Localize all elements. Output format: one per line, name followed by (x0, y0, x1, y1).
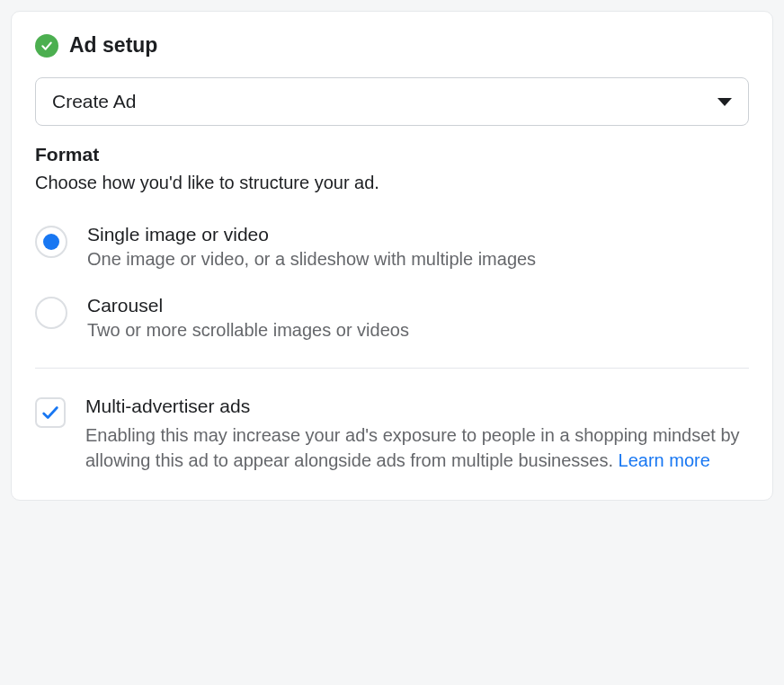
ad-setup-card: Ad setup Create Ad Format Choose how you… (11, 11, 773, 501)
multi-advertiser-row: Multi-advertiser ads Enabling this may i… (35, 396, 749, 473)
radio-label: Carousel (87, 295, 409, 316)
radio-indicator (35, 297, 67, 329)
learn-more-link[interactable]: Learn more (619, 450, 710, 470)
multi-advertiser-label: Multi-advertiser ads (85, 396, 749, 417)
ad-setup-header: Ad setup (35, 33, 749, 58)
radio-text: Carousel Two or more scrollable images o… (87, 295, 409, 341)
check-circle-icon (35, 34, 58, 58)
dropdown-selected-label: Create Ad (52, 91, 136, 112)
radio-selected-dot-icon (43, 234, 59, 250)
caret-down-icon (717, 98, 732, 106)
multi-advertiser-description: Enabling this may increase your ad's exp… (85, 423, 749, 473)
create-ad-dropdown[interactable]: Create Ad (35, 77, 749, 126)
radio-label: Single image or video (87, 224, 536, 245)
page-title: Ad setup (69, 33, 157, 58)
radio-description: Two or more scrollable images or videos (87, 320, 409, 341)
radio-description: One image or video, or a slideshow with … (87, 249, 536, 270)
radio-text: Single image or video One image or video… (87, 224, 536, 270)
radio-single-image-video[interactable]: Single image or video One image or video… (35, 224, 749, 270)
check-icon (40, 403, 60, 423)
format-radio-group: Single image or video One image or video… (35, 224, 749, 369)
checkbox-text: Multi-advertiser ads Enabling this may i… (85, 396, 749, 473)
format-subtext: Choose how you'd like to structure your … (35, 173, 749, 193)
radio-carousel[interactable]: Carousel Two or more scrollable images o… (35, 295, 749, 341)
radio-indicator (35, 226, 67, 258)
format-heading: Format (35, 144, 749, 165)
multi-advertiser-checkbox[interactable] (35, 397, 66, 428)
